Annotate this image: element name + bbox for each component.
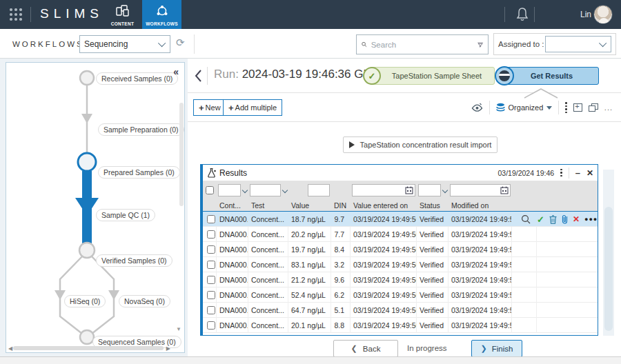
run-label: Run: xyxy=(214,68,239,81)
new-button[interactable]: + New xyxy=(193,99,226,116)
workflow-select[interactable]: Sequencing xyxy=(79,35,170,53)
node-prepared-samples[interactable]: Prepared Samples (0) xyxy=(98,166,180,179)
row-checkbox[interactable] xyxy=(207,215,215,223)
close-icon[interactable]: ✕ xyxy=(586,168,593,178)
column-header[interactable]: Cont... xyxy=(217,201,248,210)
select-all-checkbox[interactable] xyxy=(206,186,214,194)
filter-status[interactable] xyxy=(418,184,441,196)
add-multiple-button[interactable]: + Add multiple xyxy=(223,99,282,116)
refresh-icon[interactable]: ⟳ xyxy=(176,37,185,49)
play-icon xyxy=(349,141,355,148)
notification-bell-icon[interactable] xyxy=(513,6,531,26)
chevron-right-icon: ❯ xyxy=(481,344,487,353)
row-checkbox[interactable] xyxy=(207,230,215,239)
row-checkbox[interactable] xyxy=(207,321,215,330)
node-novaseq[interactable]: NovaSeq (0) xyxy=(119,295,170,307)
filter-modified-on[interactable] xyxy=(450,184,511,196)
delete-icon[interactable] xyxy=(549,215,557,224)
cell-value-entered-on: 03/19/2024 19:49:50 xyxy=(351,272,417,287)
tapestation-import-button[interactable]: TapeStation concentration result import xyxy=(343,136,497,153)
row-checkbox-cell xyxy=(203,318,217,333)
tab-workflows[interactable]: WORKFLOWS xyxy=(142,0,181,29)
node-received-samples[interactable]: Received Samples (0) xyxy=(96,72,178,85)
step-get-results[interactable]: Get Results xyxy=(504,67,599,85)
app-grid-icon[interactable] xyxy=(10,8,22,21)
search-filter-icon[interactable] xyxy=(477,40,483,50)
row-search-icon[interactable] xyxy=(521,214,531,224)
table-row[interactable]: DNA000... Concent... 20.1 ng/µL 8.8 03/1… xyxy=(203,318,598,333)
scroll-left-icon[interactable]: ◀ xyxy=(8,345,12,352)
panel-menu-icon[interactable] xyxy=(560,169,562,177)
chevron-left-icon: ❮ xyxy=(351,344,357,353)
tab-content[interactable]: CONTENT xyxy=(103,0,142,29)
toolbar-ellipsis[interactable]: ... xyxy=(604,103,613,112)
column-header[interactable]: DIN xyxy=(331,201,351,210)
cancel-icon[interactable]: ✕ xyxy=(573,214,580,224)
scroll-right-icon[interactable]: ▶ xyxy=(166,345,170,352)
cell-status: Verified xyxy=(417,303,448,318)
cell-din: 8.8 xyxy=(331,318,351,333)
chevron-down-icon xyxy=(599,39,607,47)
cell-din: 5.1 xyxy=(331,303,351,318)
column-header[interactable]: Value xyxy=(288,201,331,210)
cascade-windows-icon[interactable] xyxy=(589,103,598,112)
run-title: Run: 2024-03-19 19:46:36 GMT xyxy=(214,68,380,81)
back-chevron-icon[interactable] xyxy=(195,69,202,85)
new-window-icon[interactable] xyxy=(573,103,582,112)
row-more-icon[interactable]: ●●● xyxy=(584,216,598,223)
node-sample-preparation[interactable]: Sample Preparation (0) xyxy=(98,123,184,136)
filter-content[interactable] xyxy=(218,184,241,196)
cell-content: DNA000... xyxy=(217,287,248,303)
table-row[interactable]: DNA000... Concent... 64.7 ng/µL 5.1 03/1… xyxy=(203,303,598,318)
node-sample-qc[interactable]: Sample QC (1) xyxy=(96,209,155,221)
organized-dropdown[interactable]: Organized xyxy=(496,103,553,112)
cell-value-entered-on: 03/19/2024 19:49:50 xyxy=(351,287,417,303)
main-vertical-scrollbar[interactable] xyxy=(603,170,614,336)
brand-logo: SLIMS xyxy=(40,6,103,21)
page-bottom-strip xyxy=(0,356,621,364)
row-checkbox[interactable] xyxy=(207,245,215,254)
row-checkbox[interactable] xyxy=(207,306,215,314)
scroll-down-icon[interactable]: ▼ xyxy=(176,326,181,332)
column-header[interactable]: Test xyxy=(248,201,288,210)
search-input[interactable] xyxy=(371,41,477,49)
collapse-panel-icon[interactable]: « xyxy=(173,66,179,77)
row-checkbox-cell xyxy=(203,227,217,242)
column-header[interactable]: Modified on xyxy=(448,201,512,210)
step-tapestation-sample-sheet[interactable]: TapeStation Sample Sheet xyxy=(372,67,495,85)
user-avatar[interactable] xyxy=(593,5,613,24)
more-options-icon[interactable] xyxy=(565,102,567,113)
assigned-to-select[interactable] xyxy=(545,36,611,52)
table-row[interactable]: DNA000... Concent... 21.2 ng/µL 9.6 03/1… xyxy=(203,272,598,287)
divider xyxy=(489,101,490,114)
table-row[interactable]: DNA000... Concent... 18.7 ng/µL 9.7 03/1… xyxy=(203,212,598,227)
table-row[interactable]: DNA000... Concent... 83.1 ng/µL 3.2 03/1… xyxy=(203,257,598,272)
row-checkbox[interactable] xyxy=(207,261,215,269)
filter-test[interactable] xyxy=(250,184,281,196)
divider xyxy=(194,34,195,54)
attachment-icon[interactable] xyxy=(562,214,568,224)
cell-test: Concent... xyxy=(248,212,288,227)
node-verified-samples[interactable]: Verified Samples (0) xyxy=(96,254,172,267)
visibility-icon[interactable] xyxy=(471,103,483,112)
results-panel-header: Results 03/19/2024 19:46 – ✕ xyxy=(203,165,598,181)
cell-status: Verified xyxy=(417,212,448,227)
row-checkbox-cell xyxy=(203,303,217,318)
table-row[interactable]: DNA000... Concent... 20.2 ng/µL 7.7 03/1… xyxy=(203,227,598,242)
minimize-icon[interactable]: – xyxy=(575,170,580,176)
confirm-icon[interactable]: ✓ xyxy=(537,214,544,225)
finish-button[interactable]: ❯ Finish xyxy=(471,340,522,357)
row-checkbox[interactable] xyxy=(207,276,215,284)
filter-value[interactable] xyxy=(308,184,330,196)
horizontal-scrollbar[interactable] xyxy=(13,346,164,350)
back-button[interactable]: ❮ Back xyxy=(333,340,398,357)
assigned-to-group: Assigned to : xyxy=(493,33,616,55)
filter-value-entered-on[interactable] xyxy=(352,184,415,196)
vertical-scrollbar[interactable] xyxy=(179,103,184,206)
table-row[interactable]: DNA000... Concent... 52.4 ng/µL 6.2 03/1… xyxy=(203,287,598,303)
column-header[interactable]: Value entered on xyxy=(351,201,417,210)
table-row[interactable]: DNA000... Concent... 19.7 ng/µL 8.4 03/1… xyxy=(203,242,598,257)
column-header[interactable]: Status xyxy=(417,201,448,210)
node-hiseq[interactable]: HiSeq (0) xyxy=(64,295,106,307)
row-checkbox[interactable] xyxy=(207,291,215,299)
